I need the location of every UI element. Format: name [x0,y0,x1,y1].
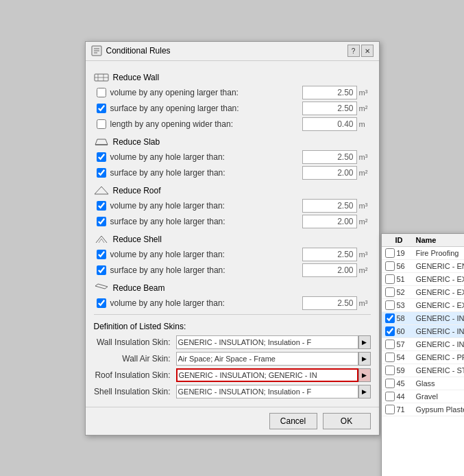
roof-insulation-skin-row: Roof Insulation Skin: ▶ [94,368,371,382]
side-row-checkbox[interactable] [384,379,395,388]
cancel-button[interactable]: Cancel [269,413,317,429]
wall-insulation-skin-input[interactable] [176,335,358,349]
side-panel-row: 71 Gypsum Plasterboard [382,403,465,416]
wall-length-unit: m [357,120,371,128]
side-row-id: 60 [397,327,416,335]
shell-insulation-skin-input[interactable] [176,385,358,398]
side-panel-row: 19 Fire Proofing [382,247,465,260]
wall-length-checkbox[interactable] [97,119,106,129]
side-row-id: 56 [397,262,416,270]
shell-volume-input[interactable] [302,248,357,261]
slab-volume-checkbox[interactable] [97,152,106,162]
side-row-id: 19 [397,249,416,257]
shell-surface-input[interactable] [302,263,357,277]
side-row-checkbox[interactable] [384,366,395,375]
side-panel-row: 58 GENERIC - INSULATION [382,312,465,325]
roof-volume-input[interactable] [302,199,357,213]
side-row-name: Gypsum Plasterboard [416,405,465,414]
svg-marker-10 [95,187,108,194]
side-row-checkbox[interactable] [384,326,395,336]
side-row-checkbox[interactable] [384,274,395,284]
shell-volume-row: volume by any hole larger than: m³ [94,248,371,261]
roof-insulation-skin-input[interactable] [176,368,358,382]
side-row-checkbox[interactable] [384,248,395,258]
shell-surface-checkbox[interactable] [97,265,106,275]
side-row-name: GENERIC - EXTERNAL FILLER [416,288,465,296]
svg-marker-11 [95,284,108,289]
shell-volume-unit: m³ [357,250,371,259]
side-row-name: Gravel [416,392,465,401]
side-row-checkbox[interactable] [384,353,395,362]
beam-volume-input[interactable] [302,296,357,310]
wall-volume-checkbox[interactable] [97,88,106,97]
side-row-checkbox[interactable] [384,392,395,401]
shell-insulation-skin-btn[interactable]: ▶ [358,385,371,398]
shell-volume-checkbox[interactable] [97,250,106,259]
dialog-icon [91,45,102,56]
side-row-checkbox[interactable] [384,287,395,297]
reduce-beam-label: Reduce Beam [113,283,165,293]
side-panel-row: 60 GENERIC - INTERNAL CLADDING [382,325,465,338]
wall-air-skin-input[interactable] [176,352,358,366]
side-row-name: GENERIC - INTERNAL CLADDING [416,327,465,335]
reduce-wall-header: Reduce Wall [94,72,371,83]
wall-volume-label: volume by any opening larger than: [110,88,302,97]
slab-surface-input[interactable] [302,166,357,180]
skins-header: Definition of Listed Skins: [94,322,371,331]
side-row-name: GENERIC - EXTERNAL CLADDING [416,275,465,283]
roof-surface-checkbox[interactable] [97,217,106,226]
slab-surface-row: surface by any hole larger than: m² [94,166,371,180]
roof-volume-unit: m³ [357,202,371,210]
side-row-id: 58 [397,314,416,322]
slab-volume-input[interactable] [302,150,357,164]
shell-insulation-skin-row: Shell Insulation Skin: ▶ [94,385,371,398]
side-row-checkbox[interactable] [384,261,395,271]
reduce-shell-header: Reduce Shell [94,234,371,245]
beam-volume-checkbox[interactable] [97,298,106,308]
side-row-name: GENERIC - INSULATION [416,314,465,322]
side-row-checkbox[interactable] [384,340,395,349]
close-button[interactable]: ✕ [361,45,374,57]
side-row-id: 59 [397,366,416,374]
beam-icon [94,283,109,294]
reduce-slab-label: Reduce Slab [113,137,160,147]
wall-volume-input[interactable] [302,86,357,99]
side-panel-row: 53 GENERIC - EXTERNAL MEMBRAN [382,299,465,312]
slab-surface-checkbox[interactable] [97,168,106,178]
wall-surface-row: surface by any opening larger than: m² [94,102,371,115]
side-row-name: Fire Proofing [416,249,465,257]
side-row-checkbox[interactable] [384,313,395,323]
ok-button[interactable]: OK [323,413,371,429]
wall-surface-checkbox[interactable] [97,104,106,113]
wall-surface-input[interactable] [302,102,357,115]
beam-volume-row: volume by any hole larger than: m³ [94,296,371,310]
side-panel-row: 45 Glass [382,377,465,390]
slab-volume-unit: m³ [357,153,371,161]
wall-air-skin-label: Wall Air Skin: [94,354,176,364]
reduce-roof-label: Reduce Roof [113,186,161,195]
reduce-slab-header: Reduce Slab [94,136,371,147]
shell-surface-row: surface by any hole larger than: m² [94,263,371,277]
roof-volume-row: volume by any hole larger than: m³ [94,199,371,213]
reduce-wall-label: Reduce Wall [113,73,160,82]
wall-insulation-skin-btn[interactable]: ▶ [358,335,371,349]
side-panel-row: 51 GENERIC - EXTERNAL CLADDING [382,273,465,286]
wall-surface-unit: m² [357,104,371,112]
side-row-id: 54 [397,353,416,361]
wall-length-input[interactable] [302,117,357,131]
side-panel-header: ID Name ▲ [382,234,465,247]
beam-volume-label: volume by any hole larger than: [110,298,302,308]
dialog-title: Conditional Rules [106,46,171,56]
help-button[interactable]: ? [347,45,360,57]
side-panel-row: 54 GENERIC - PREFABRICATED [382,351,465,364]
roof-volume-checkbox[interactable] [97,201,106,211]
side-row-id: 53 [397,301,416,309]
wall-insulation-skin-label: Wall Insulation Skin: [94,337,176,347]
roof-icon [94,185,109,196]
roof-surface-input[interactable] [302,215,357,228]
side-row-checkbox[interactable] [384,405,395,414]
roof-insulation-skin-btn[interactable]: ▶ [358,368,371,382]
wall-icon [94,72,109,83]
side-row-checkbox[interactable] [384,300,395,310]
wall-air-skin-btn[interactable]: ▶ [358,352,371,366]
